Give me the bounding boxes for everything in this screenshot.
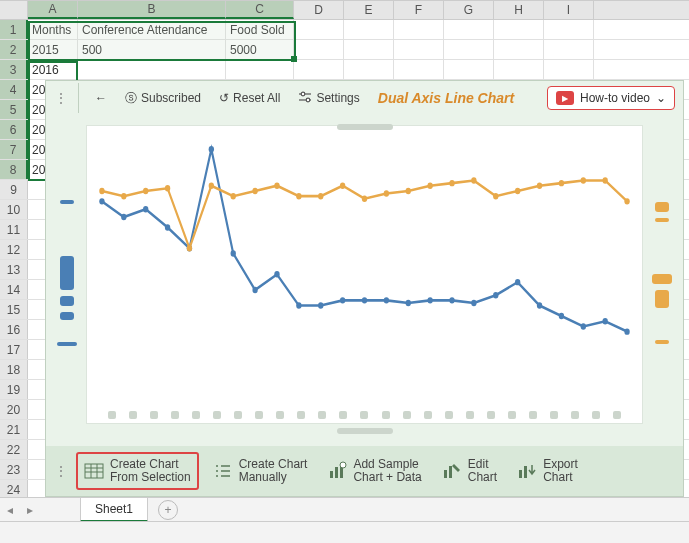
cell[interactable]: [444, 40, 494, 59]
svg-point-50: [559, 180, 564, 186]
row-14[interactable]: 14: [0, 280, 28, 299]
chart-preview[interactable]: [86, 125, 643, 424]
reset-all-button[interactable]: ↺ Reset All: [213, 87, 286, 109]
settings-button[interactable]: Settings: [292, 86, 365, 111]
create-from-selection-button[interactable]: Create ChartFrom Selection: [76, 452, 199, 490]
edit-chart-button[interactable]: EditChart: [436, 454, 503, 488]
row-17[interactable]: 17: [0, 340, 28, 359]
svg-point-28: [624, 328, 629, 334]
cell[interactable]: [544, 60, 594, 79]
subscribed-button[interactable]: ⓢ Subscribed: [119, 86, 207, 111]
svg-point-22: [493, 292, 498, 298]
list-icon: [213, 461, 233, 481]
row-21[interactable]: 21: [0, 420, 28, 439]
col-D[interactable]: D: [294, 1, 344, 19]
how-to-video-button[interactable]: ▶ How-to video ⌄: [547, 86, 675, 110]
cell[interactable]: [494, 20, 544, 39]
svg-point-46: [471, 177, 476, 183]
svg-point-4: [99, 198, 104, 204]
row-23[interactable]: 23: [0, 460, 28, 479]
cell[interactable]: Food Sold: [226, 20, 294, 39]
svg-point-41: [362, 196, 367, 202]
cell[interactable]: [444, 60, 494, 79]
row-20[interactable]: 20: [0, 400, 28, 419]
create-manually-button[interactable]: Create ChartManually: [207, 454, 314, 488]
row-9[interactable]: 9: [0, 180, 28, 199]
row-1[interactable]: 1: [0, 20, 28, 39]
add-sample-button[interactable]: Add SampleChart + Data: [321, 454, 427, 488]
sheet-tab[interactable]: Sheet1: [80, 498, 148, 522]
svg-point-29: [99, 188, 104, 194]
cell[interactable]: 5000: [226, 40, 294, 59]
col-B[interactable]: B: [78, 1, 226, 19]
col-C[interactable]: C: [226, 1, 294, 19]
svg-point-34: [209, 183, 214, 189]
drag-handle-icon[interactable]: ⋮: [54, 463, 68, 479]
cell[interactable]: [78, 60, 226, 79]
cell[interactable]: [294, 60, 344, 79]
row-18[interactable]: 18: [0, 360, 28, 379]
cell[interactable]: [394, 40, 444, 59]
row-2[interactable]: 2: [0, 40, 28, 59]
cell[interactable]: [394, 60, 444, 79]
cell[interactable]: [344, 60, 394, 79]
row-4[interactable]: 4: [0, 80, 28, 99]
col-A[interactable]: A: [28, 1, 78, 19]
svg-point-27: [603, 318, 608, 324]
row-13[interactable]: 13: [0, 260, 28, 279]
add-sheet-button[interactable]: +: [158, 500, 178, 520]
col-E[interactable]: E: [344, 1, 394, 19]
export-chart-button[interactable]: ExportChart: [511, 454, 584, 488]
cell[interactable]: [544, 40, 594, 59]
row-5[interactable]: 5: [0, 100, 28, 119]
row-16[interactable]: 16: [0, 320, 28, 339]
svg-point-30: [121, 193, 126, 199]
next-sheet-button[interactable]: ▸: [20, 503, 40, 517]
panel-toolbar: ⋮ ← ⓢ Subscribed ↺ Reset All Settings Du…: [46, 81, 683, 115]
row-10[interactable]: 10: [0, 200, 28, 219]
col-G[interactable]: G: [444, 1, 494, 19]
svg-point-51: [581, 177, 586, 183]
svg-point-23: [515, 279, 520, 285]
row-3[interactable]: 3: [0, 60, 28, 79]
cell[interactable]: [294, 40, 344, 59]
cell[interactable]: [344, 40, 394, 59]
col-I[interactable]: I: [544, 1, 594, 19]
svg-point-10: [231, 250, 236, 256]
prev-sheet-button[interactable]: ◂: [0, 503, 20, 517]
cell[interactable]: [226, 60, 294, 79]
chevron-down-icon: ⌄: [656, 91, 666, 105]
row-7[interactable]: 7: [0, 140, 28, 159]
cell[interactable]: 2016: [28, 60, 78, 79]
resize-handle-top[interactable]: [337, 124, 393, 130]
cell[interactable]: [494, 60, 544, 79]
svg-point-9: [209, 146, 214, 152]
cell[interactable]: [444, 20, 494, 39]
sliders-icon: [298, 90, 312, 107]
drag-handle-icon[interactable]: ⋮: [54, 90, 68, 106]
cell[interactable]: [294, 20, 344, 39]
cell[interactable]: 2015: [28, 40, 78, 59]
cell[interactable]: [394, 20, 444, 39]
row-19[interactable]: 19: [0, 380, 28, 399]
cell[interactable]: 500: [78, 40, 226, 59]
cell[interactable]: [494, 40, 544, 59]
resize-handle-bottom[interactable]: [337, 428, 393, 434]
row-11[interactable]: 11: [0, 220, 28, 239]
col-F[interactable]: F: [394, 1, 444, 19]
row-22[interactable]: 22: [0, 440, 28, 459]
cell[interactable]: Months: [28, 20, 78, 39]
back-button[interactable]: ←: [89, 87, 113, 109]
select-all-corner[interactable]: [0, 1, 28, 19]
sheet-tab-bar: ◂ ▸ Sheet1 +: [0, 497, 689, 521]
row-12[interactable]: 12: [0, 240, 28, 259]
row-15[interactable]: 15: [0, 300, 28, 319]
cell[interactable]: [544, 20, 594, 39]
row-6[interactable]: 6: [0, 120, 28, 139]
svg-point-16: [362, 297, 367, 303]
svg-point-19: [427, 297, 432, 303]
cell[interactable]: [344, 20, 394, 39]
row-8[interactable]: 8: [0, 160, 28, 179]
cell[interactable]: Conference Attendance: [78, 20, 226, 39]
col-H[interactable]: H: [494, 1, 544, 19]
